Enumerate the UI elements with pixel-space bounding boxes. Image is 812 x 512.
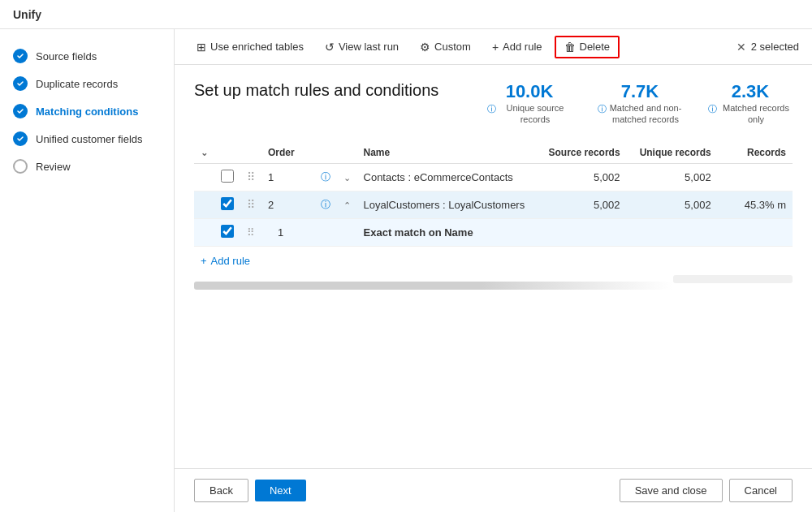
table-header-row: ⌄ Order Name Source records Unique recor…: [194, 142, 793, 164]
row3-check-cell: [214, 218, 240, 246]
sidebar-label-source-fields: Source fields: [36, 50, 97, 62]
back-button[interactable]: Back: [194, 479, 248, 502]
toolbar: ⊞ Use enriched tables ↺ View last run ⚙ …: [175, 29, 812, 65]
stat-matched-non-matched-label-row: ⓘ Matched and non-matched records: [598, 102, 682, 126]
sidebar-item-unified-customer-fields[interactable]: Unified customer fields: [0, 125, 174, 153]
row1-chevron-icon[interactable]: ⌄: [343, 173, 351, 183]
custom-button[interactable]: ⚙ Custom: [411, 37, 480, 58]
th-info: [314, 142, 337, 164]
view-last-run-button[interactable]: ↺ View last run: [316, 37, 408, 58]
delete-icon: 🗑: [564, 41, 576, 54]
th-order: Order: [261, 142, 314, 164]
check-icon-duplicate-records: [13, 76, 28, 91]
row3-drag-cell: ⠿: [240, 218, 261, 246]
row3-checkbox[interactable]: [221, 225, 234, 238]
table-row: ⠿ 1 Exact match on Name: [194, 218, 793, 246]
delete-button[interactable]: 🗑 Delete: [555, 36, 620, 58]
row1-check-cell: [214, 163, 240, 191]
th-name: Name: [357, 142, 536, 164]
row3-chevron-cell: [337, 218, 357, 246]
row1-expand: [194, 163, 214, 191]
row2-checkbox[interactable]: [221, 197, 234, 210]
table-container: ⌄ Order Name Source records Unique recor…: [194, 142, 793, 296]
stat-matched-only-label: Matched records only: [719, 102, 793, 126]
sidebar-label-unified-customer-fields: Unified customer fields: [36, 133, 143, 145]
row2-order: 2: [261, 191, 314, 218]
horizontal-scrollbar[interactable]: [194, 282, 673, 290]
row1-checkbox[interactable]: [221, 170, 234, 183]
row2-chevron-cell: ⌃: [337, 191, 357, 218]
view-last-run-icon: ↺: [325, 41, 335, 54]
scrollbar-area: [194, 275, 793, 290]
add-rule-toolbar-button[interactable]: + Add rule: [483, 37, 551, 58]
scrollbar-track: [673, 275, 793, 283]
row3-source-records: [535, 218, 626, 246]
th-unique-records: Unique records: [627, 142, 718, 164]
sidebar: Source fields Duplicate records Matching…: [0, 29, 175, 512]
selected-badge: ✕ 2 selected: [736, 41, 799, 54]
add-rule-plus-icon: +: [201, 255, 207, 267]
row1-name: Contacts : eCommerceContacts: [357, 163, 536, 191]
row1-unique-records: 5,002: [627, 163, 718, 191]
th-drag: [240, 142, 261, 164]
selected-count: 2 selected: [751, 41, 799, 53]
row3-name: Exact match on Name: [357, 218, 536, 246]
add-rule-label: Add rule: [503, 41, 542, 53]
custom-icon: ⚙: [420, 41, 430, 54]
sidebar-item-review[interactable]: Review: [0, 153, 174, 180]
add-rule-icon: +: [492, 41, 499, 54]
table-row: ⠿ 1 ⓘ ⌄ Contacts : eCommerceContacts 5,0…: [194, 163, 793, 191]
main-layout: Source fields Duplicate records Matching…: [0, 29, 812, 512]
footer: Back Next Save and close Cancel: [175, 468, 812, 512]
save-and-close-button[interactable]: Save and close: [620, 479, 723, 502]
row1-source-records: 5,002: [535, 163, 626, 191]
sidebar-item-duplicate-records[interactable]: Duplicate records: [0, 70, 174, 97]
row2-check-cell: [214, 191, 240, 218]
view-last-run-label: View last run: [339, 41, 399, 53]
next-button[interactable]: Next: [255, 480, 306, 501]
page-content: Set up match rules and conditions 10.0K …: [175, 65, 812, 468]
stat-matched-only-value: 2.3K: [708, 81, 793, 102]
stat-matched-non-matched-label: Matched and non-matched records: [609, 102, 682, 126]
row2-chevron-icon[interactable]: ⌃: [343, 200, 351, 210]
delete-label: Delete: [580, 41, 611, 53]
row2-info-icon[interactable]: ⓘ: [321, 199, 330, 210]
empty-icon-review: [13, 159, 28, 174]
row2-source-records: 5,002: [535, 191, 626, 218]
content-area: ⊞ Use enriched tables ↺ View last run ⚙ …: [175, 29, 812, 512]
row1-info-cell: ⓘ: [314, 163, 337, 191]
sidebar-item-source-fields[interactable]: Source fields: [0, 42, 174, 70]
header-chevron-icon[interactable]: ⌄: [201, 148, 208, 157]
stats-area: 10.0K ⓘ Unique source records 7.7K ⓘ Mat…: [487, 81, 793, 126]
row3-drag-handle[interactable]: ⠿: [247, 226, 255, 239]
add-rule-button[interactable]: + Add rule: [194, 250, 257, 272]
top-bar: Unify: [0, 0, 812, 29]
th-chevron2: [337, 142, 357, 164]
row3-records: [718, 218, 793, 246]
use-enriched-label: Use enriched tables: [210, 41, 304, 53]
sidebar-label-duplicate-records: Duplicate records: [36, 78, 118, 90]
row1-info-icon[interactable]: ⓘ: [321, 171, 330, 183]
row3-unique-records: [627, 218, 718, 246]
custom-label: Custom: [434, 41, 471, 53]
close-selected-icon[interactable]: ✕: [736, 41, 746, 54]
cancel-button[interactable]: Cancel: [729, 479, 793, 502]
check-icon-matching-conditions: [13, 104, 28, 118]
row1-drag-handle[interactable]: ⠿: [247, 170, 255, 183]
row3-info-cell: [314, 218, 337, 246]
enriched-icon: ⊞: [197, 41, 206, 54]
stat-unique-source-value: 10.0K: [487, 81, 572, 102]
row2-unique-records: 5,002: [627, 191, 718, 218]
row2-records: 45.3% m: [718, 191, 793, 218]
th-records: Records: [718, 142, 793, 164]
use-enriched-tables-button[interactable]: ⊞ Use enriched tables: [188, 37, 313, 58]
info-icon-0: ⓘ: [487, 103, 496, 115]
row1-drag-cell: ⠿: [240, 163, 261, 191]
row1-order: 1: [261, 163, 314, 191]
row2-drag-handle[interactable]: ⠿: [247, 198, 255, 211]
sidebar-label-review: Review: [36, 161, 71, 173]
sidebar-item-matching-conditions[interactable]: Matching conditions: [0, 97, 174, 125]
row2-name: LoyalCustomers : LoyalCustomers: [357, 191, 536, 218]
stat-matched-non-matched-value: 7.7K: [598, 81, 682, 102]
row2-info-cell: ⓘ: [314, 191, 337, 218]
